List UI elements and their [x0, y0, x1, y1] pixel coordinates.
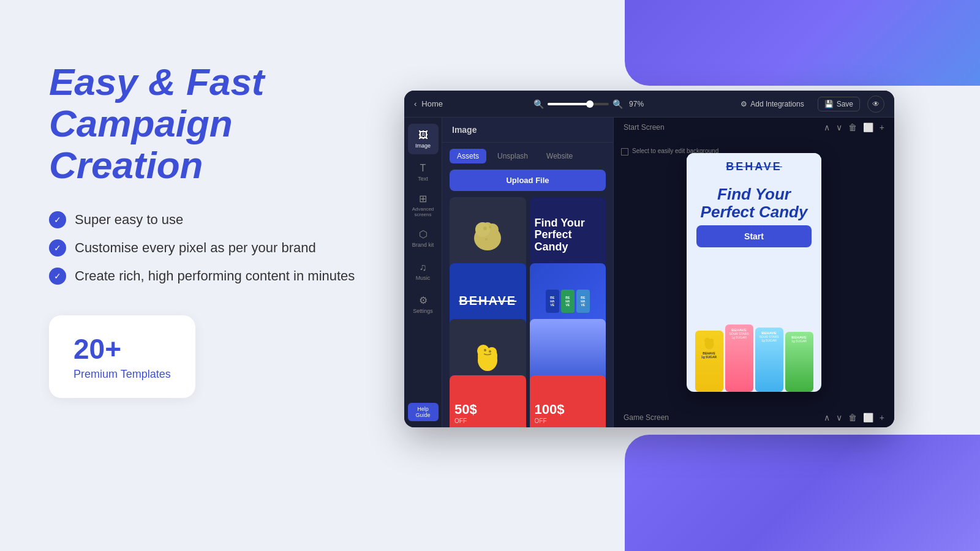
feature-text-3: Create rich, high performing content in … — [75, 268, 355, 284]
assets-panel: Image Assets Unsplash Website Upload Fil… — [442, 118, 614, 427]
ad-brand-name: BEHAVE — [694, 160, 814, 173]
sidebar-item-advanced[interactable]: ⊞ Advanced screens — [408, 190, 439, 220]
ad-preview-card[interactable]: BEHAVE Find Your Perfect Candy Start — [687, 153, 821, 392]
svg-point-4 — [475, 222, 490, 237]
add-integrations-button[interactable]: ⚙ Add Integrations — [734, 97, 810, 111]
candy-pack-yellow: BEHAVE1g SUGAR — [695, 331, 723, 392]
gummy-rock-image — [469, 214, 506, 257]
sidebar-label-text: Text — [418, 176, 428, 182]
help-guide-button[interactable]: Help Guide — [408, 403, 439, 421]
preview-panel: Start Screen ∧ ∨ 🗑 ⬜ + Select to easily … — [614, 118, 894, 427]
delete-icon[interactable]: 🗑 — [848, 122, 857, 132]
asset-text-content: Find YourPerfect Candy — [535, 217, 601, 253]
svg-point-5 — [483, 227, 487, 230]
tab-unsplash-label: Unsplash — [497, 152, 528, 160]
zoom-in-icon[interactable]: 🔍 — [612, 99, 623, 109]
features-list: ✓ Super easy to use ✓ Customise every pi… — [49, 211, 417, 285]
game-chevron-up-icon[interactable]: ∧ — [824, 413, 830, 422]
game-delete-icon[interactable]: 🗑 — [848, 413, 857, 422]
settings-icon: ⚙ — [419, 294, 428, 306]
zoom-out-icon[interactable]: 🔍 — [533, 99, 544, 109]
back-icon[interactable]: ‹ — [414, 99, 417, 108]
main-title: Easy & Fast Campaign Creation — [49, 61, 417, 187]
pack-sublabel-4: 1g SUGAR — [791, 339, 807, 343]
add-screen-icon[interactable]: + — [880, 122, 884, 132]
promo-50-price: 50$ — [454, 402, 477, 418]
sidebar-label-music: Music — [416, 275, 431, 281]
start-screen-bar: Start Screen ∧ ∨ 🗑 ⬜ + — [614, 118, 894, 137]
sidebar-item-image[interactable]: 🖼 Image — [408, 124, 439, 154]
advanced-icon: ⊞ — [419, 193, 427, 204]
panel-title: Image — [452, 125, 477, 135]
chevron-up-icon[interactable]: ∧ — [824, 122, 830, 132]
asset-promo-50[interactable]: 50$ OFF — [450, 375, 526, 428]
check-icon-2: ✓ — [49, 239, 66, 257]
asset-text-candy[interactable]: Find YourPerfect Candy — [530, 197, 606, 274]
pack-label-1: BEHAVE1g SUGAR — [701, 351, 717, 359]
brand-name-asset: BEHAVE — [459, 294, 516, 308]
sidebar-label-brand: Brand kit — [412, 242, 434, 248]
gummy-icon-1 — [701, 334, 718, 351]
toolbar-right: ⚙ Add Integrations 💾 Save 👁 — [734, 96, 884, 113]
ad-title-line2: Perfect Candy — [701, 203, 808, 221]
ad-candy-images: BEHAVE1g SUGAR BEHAVE SOUR STARS1g SUGAR… — [687, 312, 821, 392]
image-icon: 🖼 — [418, 130, 428, 141]
asset-text-title: Find YourPerfect Candy — [535, 217, 601, 253]
ad-start-button[interactable]: Start — [696, 225, 812, 247]
save-button[interactable]: 💾 Save — [818, 97, 860, 111]
duplicate-icon[interactable]: ⬜ — [863, 122, 873, 132]
candy-packs-row: BEHAVE1g SUGAR BEHAVE SOUR STARS1g SUGAR… — [695, 324, 813, 392]
eye-icon: 👁 — [872, 100, 880, 108]
promo-50-display: 50$ OFF — [450, 375, 526, 428]
tab-assets[interactable]: Assets — [450, 149, 486, 163]
game-add-icon[interactable]: + — [880, 413, 884, 422]
save-label: Save — [837, 100, 853, 108]
sidebar-item-music[interactable]: ♫ Music — [408, 256, 439, 287]
chevron-down-icon[interactable]: ∨ — [836, 122, 842, 132]
toolbar: ‹ Home 🔍 🔍 97% ⚙ Add Integrations 💾 Save — [404, 91, 894, 118]
asset-gummy-rock[interactable] — [450, 197, 526, 274]
music-icon: ♫ — [420, 262, 427, 273]
promo-50-label: OFF — [454, 418, 467, 424]
sidebar-label-image: Image — [415, 143, 431, 149]
help-guide-label: Help Guide — [415, 406, 430, 418]
asset-promo-100[interactable]: 100$ OFF — [530, 375, 606, 428]
brand-icon: ⬡ — [419, 228, 428, 240]
svg-point-17 — [478, 349, 497, 371]
sidebar-item-brand[interactable]: ⬡ Brand kit — [408, 223, 439, 253]
home-link[interactable]: Home — [421, 99, 443, 108]
tab-website[interactable]: Website — [539, 149, 580, 163]
tab-unsplash[interactable]: Unsplash — [490, 149, 535, 163]
game-screen-bar: Game Screen ∧ ∨ 🗑 ⬜ + — [614, 408, 894, 427]
ad-main-title: Find Your Perfect Candy — [694, 186, 814, 220]
sidebar-item-text[interactable]: T Text — [408, 157, 439, 187]
promo-100-value: 100$ — [535, 402, 565, 417]
save-icon: 💾 — [824, 100, 834, 108]
stats-number: 20+ — [74, 332, 171, 365]
left-panel: Easy & Fast Campaign Creation ✓ Super ea… — [49, 61, 417, 398]
promo-100-price: 100$ — [535, 402, 565, 418]
preview-button[interactable]: 👁 — [867, 96, 884, 113]
upload-file-button[interactable]: Upload File — [450, 170, 606, 191]
game-chevron-down-icon[interactable]: ∨ — [836, 413, 842, 422]
ad-card-header: BEHAVE — [687, 153, 821, 181]
zoom-slider[interactable] — [548, 103, 609, 105]
ad-main-text: Find Your Perfect Candy — [687, 181, 821, 225]
select-bg-checkbox[interactable] — [621, 148, 628, 156]
zoom-value: 97% — [629, 100, 644, 108]
game-duplicate-icon[interactable]: ⬜ — [863, 413, 873, 422]
upload-button-label: Upload File — [506, 176, 549, 185]
pack-sublabel-2: SOUR STARS1g SUGAR — [729, 332, 748, 339]
zoom-fill — [548, 103, 587, 105]
gummy-yellow-image — [472, 339, 503, 375]
app-mockup: ‹ Home 🔍 🔍 97% ⚙ Add Integrations 💾 Save — [404, 91, 894, 427]
text-icon: T — [420, 163, 426, 174]
sidebar-item-settings[interactable]: ⚙ Settings — [408, 289, 439, 320]
pack-3: BEHAVE — [576, 290, 590, 313]
ad-start-label: Start — [744, 231, 764, 241]
promo-50-value: 50$ — [454, 402, 477, 417]
sidebar-label-settings: Settings — [413, 308, 433, 314]
feature-item-1: ✓ Super easy to use — [49, 211, 417, 228]
assets-grid: Find YourPerfect Candy BEHAVE BEHAVE BEH… — [442, 197, 613, 427]
toolbar-left: ‹ Home — [414, 99, 443, 108]
